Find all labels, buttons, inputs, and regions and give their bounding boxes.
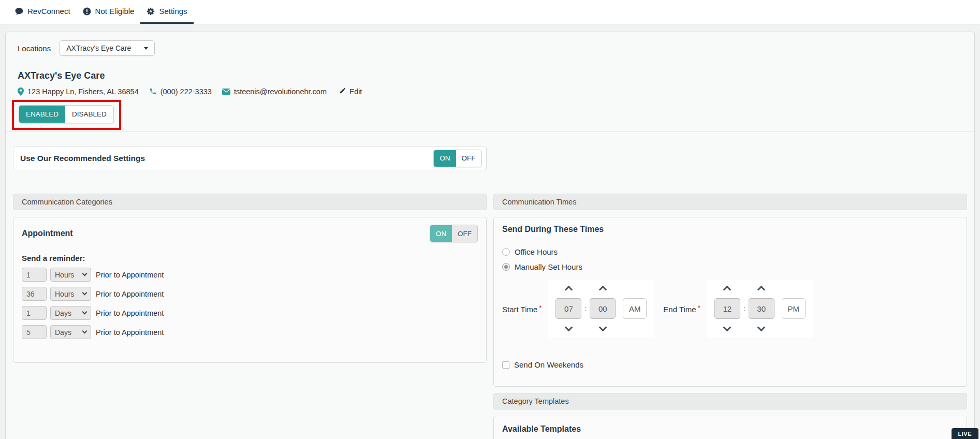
send-on-weekends-checkbox[interactable] [502,361,509,369]
edit-location-button[interactable]: Edit [339,87,362,96]
reminder-row: Days Prior to Appointment [22,306,478,320]
available-templates-title: Available Templates [502,425,958,434]
reminder-value-input[interactable] [22,306,47,320]
settings-columns: Communication Categories Appointment ON … [13,194,967,439]
minute-up-chevron-icon[interactable] [599,286,607,294]
reminder-suffix: Prior to Appointment [96,309,164,317]
reminder-value-input[interactable] [22,287,47,301]
reminder-row: Hours Prior to Appointment [22,287,478,301]
reminder-unit-select[interactable]: Hours [50,268,91,282]
tab-revconnect[interactable]: RevConnect [9,0,77,24]
start-meridiem-button[interactable]: AM [623,298,647,319]
recommended-off-button[interactable]: OFF [456,150,481,167]
recommended-settings-panel: Use Our Recommended Settings ON OFF [13,146,487,170]
reminder-value-input[interactable] [22,268,47,282]
reminder-unit-select[interactable]: Days [50,325,91,339]
enabled-disabled-toggle: ENABLED DISABLED [19,105,114,123]
reminder-unit-value: Hours [55,271,74,279]
recommended-on-button[interactable]: ON [434,150,456,167]
speech-bubble-icon [15,7,23,16]
time-colon: : [584,304,587,313]
reminder-row: Hours Prior to Appointment [22,268,478,282]
end-time-spinner: : PM [707,280,813,338]
minute-down-chevron-icon[interactable] [599,324,607,332]
hour-down-chevron-icon[interactable] [565,324,573,332]
required-asterisk: * [539,304,542,312]
time-colon: : [743,304,745,313]
location-name-heading: AXTracy's Eye Care [18,70,967,81]
location-address: 123 Happy Ln, Fishers, AL 36854 [18,87,139,96]
disabled-button[interactable]: DISABLED [65,106,113,123]
start-minute-input[interactable] [590,298,616,319]
reminder-suffix: Prior to Appointment [96,290,164,298]
location-select-value: AXTracy's Eye Care [66,44,131,52]
settings-card: Locations AXTracy's Eye Care AXTracy's E… [5,32,975,439]
locations-label: Locations [18,44,51,53]
tab-not-eligible[interactable]: Not Eligible [77,0,141,24]
tab-bar: RevConnect Not Eligible [0,0,980,24]
envelope-icon [222,89,230,95]
reminder-unit-select[interactable]: Days [50,306,91,320]
revconnect-settings-page: RevConnect Not Eligible [0,0,980,439]
caret-down-icon [144,47,148,50]
end-meridiem-button[interactable]: PM [782,298,806,319]
hour-up-chevron-icon[interactable] [723,286,732,294]
manual-hours-option: Manually Set Hours [502,260,958,273]
appointment-title: Appointment [22,229,73,238]
send-times-card: Send During These Times Office Hours Man… [493,217,967,387]
appointment-card: Appointment ON OFF Send a reminder: Hour… [13,217,487,363]
start-hour-input[interactable] [555,298,581,319]
hours-radio-group: Office Hours Manually Set Hours [502,245,958,273]
minute-up-chevron-icon[interactable] [757,286,766,294]
reminder-unit-select[interactable]: Hours [50,287,91,301]
reminder-value-input[interactable] [22,325,47,339]
office-hours-label: Office Hours [515,247,558,256]
appointment-off-button[interactable]: OFF [452,225,477,242]
reminder-suffix: Prior to Appointment [96,328,164,336]
location-select[interactable]: AXTracy's Eye Care [60,40,155,56]
appointment-toggle: ON OFF [430,225,478,242]
location-email: tsteenis@revolutionehr.com [222,87,327,96]
communication-times-column: Communication Times Send During These Ti… [493,194,967,439]
time-range-row: Start Time* : [502,280,958,338]
hour-up-chevron-icon[interactable] [565,286,573,294]
reminder-suffix: Prior to Appointment [96,271,164,279]
manual-hours-radio[interactable] [502,263,510,271]
start-time-spinner: : AM [548,280,654,338]
category-templates-header: Category Templates [493,393,967,409]
chevron-down-icon [82,310,87,315]
send-on-weekends-label: Send On Weekends [514,360,583,369]
chevron-down-icon [82,271,87,276]
office-hours-option: Office Hours [502,245,958,258]
end-hour-input[interactable] [714,298,740,319]
phone-text: (000) 222-3333 [160,87,212,96]
live-status-badge: LIVE [952,428,978,439]
start-time-label: Start Time* [502,304,542,314]
reminder-row: Days Prior to Appointment [22,325,478,339]
tab-label: RevConnect [27,7,70,16]
locations-row: Locations AXTracy's Eye Care [13,40,967,56]
required-asterisk: * [698,304,700,312]
available-templates-card: Available Templates [493,416,967,439]
end-minute-input[interactable] [749,298,774,319]
minute-down-chevron-icon[interactable] [757,324,766,332]
enabled-button[interactable]: ENABLED [19,106,65,123]
tab-label: Not Eligible [95,7,135,16]
hour-down-chevron-icon[interactable] [723,324,732,332]
map-pin-icon [18,87,24,96]
reminder-unit-value: Days [55,309,71,317]
send-on-weekends-option: Send On Weekends [502,360,958,369]
tab-settings[interactable]: Settings [140,0,193,24]
reminder-unit-value: Hours [55,290,74,298]
location-contact-row: 123 Happy Ln, Fishers, AL 36854 (000) 22… [18,87,967,96]
appointment-on-button[interactable]: ON [430,225,452,242]
chevron-down-icon [82,329,87,334]
send-reminder-label: Send a reminder: [22,254,478,262]
pencil-icon [339,87,346,96]
recommended-settings-title: Use Our Recommended Settings [20,154,145,163]
phone-icon [149,87,157,95]
communication-times-header: Communication Times [493,194,967,210]
exclamation-circle-icon [83,7,91,16]
recommended-settings-toggle: ON OFF [433,150,481,167]
office-hours-radio[interactable] [502,248,510,256]
